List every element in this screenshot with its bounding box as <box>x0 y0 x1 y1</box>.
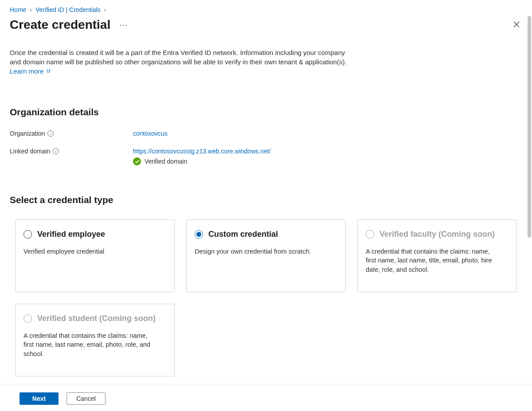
close-icon <box>513 21 520 27</box>
card-custom-credential[interactable]: Custom credential Design your own creden… <box>186 219 346 292</box>
card-title: Verified student (Coming soon) <box>37 314 156 323</box>
card-description: Design your own credential from scratch. <box>195 247 328 256</box>
organization-label: Organization <box>10 130 45 137</box>
footer-bar: Next Cancel <box>0 384 532 411</box>
breadcrumb-home[interactable]: Home <box>10 6 26 13</box>
page-title: Create credential <box>10 18 110 32</box>
more-options-button[interactable]: ⋯ <box>117 19 130 31</box>
radio-verified-student <box>23 314 32 323</box>
card-title: Verified faculty (Coming soon) <box>379 230 495 239</box>
scrollbar-thumb[interactable] <box>528 16 531 238</box>
scrollbar-track[interactable] <box>528 16 531 371</box>
external-link-icon <box>46 69 51 74</box>
learn-more-link[interactable]: Learn more <box>10 67 51 76</box>
next-button[interactable]: Next <box>20 392 59 405</box>
breadcrumb-verified-id[interactable]: Verified ID | Credentials <box>35 6 101 13</box>
verified-domain-text: Verified domain <box>145 158 188 165</box>
chevron-right-icon: › <box>30 6 32 13</box>
card-title: Custom credential <box>208 230 278 239</box>
cancel-button[interactable]: Cancel <box>66 392 106 405</box>
learn-more-label: Learn more <box>10 67 44 76</box>
close-button[interactable] <box>511 19 522 31</box>
card-description: Verified employee credential <box>23 247 156 256</box>
radio-verified-faculty <box>366 230 374 239</box>
card-title: Verified employee <box>37 230 105 239</box>
card-verified-student: Verified student (Coming soon) A credent… <box>15 304 175 376</box>
info-icon[interactable]: i <box>53 148 59 154</box>
card-verified-employee[interactable]: Verified employee Verified employee cred… <box>15 219 175 292</box>
select-credential-type-heading: Select a credential type <box>10 195 522 205</box>
verified-check-icon <box>133 157 141 165</box>
chevron-right-icon: › <box>104 6 106 13</box>
org-details-heading: Organization details <box>10 107 522 117</box>
radio-custom-credential[interactable] <box>195 230 203 239</box>
linked-domain-link[interactable]: https://contosovcusstg.z13.web.core.wind… <box>133 148 271 155</box>
radio-verified-employee[interactable] <box>23 230 32 239</box>
card-description: A credential that contains the claims: n… <box>366 247 499 274</box>
intro-text: Once the credential is created it will b… <box>10 49 347 66</box>
card-description: A credential that contains the claims: n… <box>23 331 156 358</box>
card-verified-faculty: Verified faculty (Coming soon) A credent… <box>357 219 517 292</box>
info-icon[interactable]: i <box>47 130 54 137</box>
organization-link[interactable]: contosovcus <box>133 130 168 137</box>
linked-domain-label: Linked domain <box>10 148 50 155</box>
intro-paragraph: Once the credential is created it will b… <box>10 48 351 76</box>
breadcrumb: Home › Verified ID | Credentials › <box>10 6 522 13</box>
